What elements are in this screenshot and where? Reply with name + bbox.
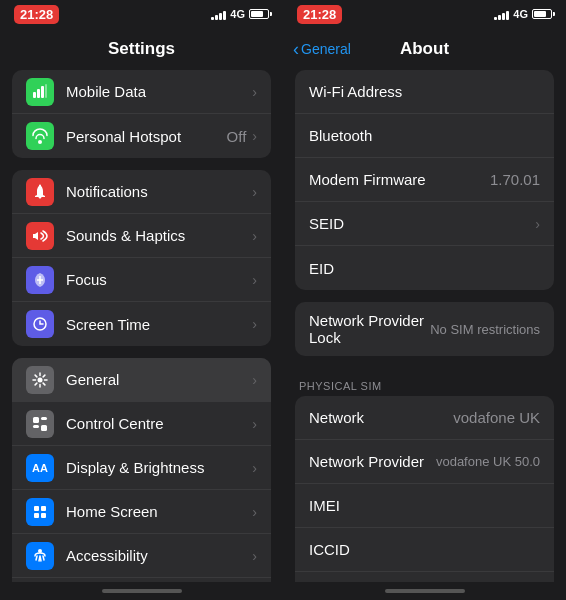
network-value: vodafone UK	[453, 409, 540, 426]
about-group-lock-items: Network Provider Lock No SIM restriction…	[295, 302, 554, 356]
left-nav-header: Settings	[0, 28, 283, 70]
row-personal-hotspot[interactable]: Personal Hotspot Off ›	[12, 114, 271, 158]
screentime-icon	[26, 310, 54, 338]
right-scroll[interactable]: Wi-Fi Address Bluetooth Modem Firmware 1…	[283, 70, 566, 582]
svg-point-5	[39, 184, 41, 186]
screentime-label: Screen Time	[66, 316, 252, 333]
svg-rect-8	[33, 417, 39, 423]
row-home-screen[interactable]: Home Screen ›	[12, 490, 271, 534]
row-wifi-address[interactable]: Wi-Fi Address	[295, 70, 554, 114]
seid-chevron: ›	[535, 216, 540, 232]
notifications-chevron: ›	[252, 184, 257, 200]
svg-point-7	[38, 377, 43, 382]
svg-rect-3	[45, 84, 47, 98]
sounds-label: Sounds & Haptics	[66, 227, 252, 244]
display-chevron: ›	[252, 460, 257, 476]
left-status-icons: 4G	[211, 8, 269, 20]
network-type: 4G	[230, 8, 245, 20]
right-status-icons: 4G	[494, 8, 552, 20]
modem-value: 1.70.01	[490, 171, 540, 188]
display-icon: AA	[26, 454, 54, 482]
row-eid[interactable]: EID	[295, 246, 554, 290]
row-mobile-data[interactable]: Mobile Data ›	[12, 70, 271, 114]
right-status-time: 21:28	[297, 5, 342, 24]
row-accessibility[interactable]: Accessibility ›	[12, 534, 271, 578]
sounds-icon	[26, 222, 54, 250]
row-iccid[interactable]: ICCID	[295, 528, 554, 572]
hotspot-icon	[26, 122, 54, 150]
signal-icon	[211, 9, 226, 20]
focus-icon	[26, 266, 54, 294]
mobile-data-icon	[26, 78, 54, 106]
row-sounds[interactable]: Sounds & Haptics ›	[12, 214, 271, 258]
bottom-group-items: General › Control Centre › AA Display & …	[12, 358, 271, 582]
row-control-centre[interactable]: Control Centre ›	[12, 402, 271, 446]
svg-rect-11	[41, 425, 47, 431]
row-general[interactable]: General ›	[12, 358, 271, 402]
row-display[interactable]: AA Display & Brightness ›	[12, 446, 271, 490]
accessibility-chevron: ›	[252, 548, 257, 564]
homescreen-label: Home Screen	[66, 503, 252, 520]
left-home-indicator	[0, 582, 283, 600]
network-lock-label: Network Provider Lock	[309, 312, 430, 346]
svg-rect-13	[41, 506, 46, 511]
battery-icon	[249, 9, 269, 19]
mobile-data-chevron: ›	[252, 84, 257, 100]
svg-rect-2	[41, 86, 44, 98]
control-label: Control Centre	[66, 415, 252, 432]
back-button[interactable]: ‹ General	[293, 40, 351, 58]
homescreen-icon	[26, 498, 54, 526]
screentime-chevron: ›	[252, 316, 257, 332]
iccid-label: ICCID	[309, 541, 540, 558]
row-notifications[interactable]: Notifications ›	[12, 170, 271, 214]
svg-point-4	[38, 140, 42, 144]
about-group-physical-sim: PHYSICAL SIM Network vodafone UK Network…	[283, 368, 566, 582]
right-network-type: 4G	[513, 8, 528, 20]
right-nav-title: About	[400, 39, 449, 59]
bottom-group: General › Control Centre › AA Display & …	[0, 358, 283, 582]
about-group-1: Wi-Fi Address Bluetooth Modem Firmware 1…	[283, 70, 566, 290]
imei-label: IMEI	[309, 497, 540, 514]
about-group-lock: Network Provider Lock No SIM restriction…	[283, 302, 566, 356]
svg-rect-15	[41, 513, 46, 518]
row-focus[interactable]: Focus ›	[12, 258, 271, 302]
accessibility-label: Accessibility	[66, 547, 252, 564]
homescreen-chevron: ›	[252, 504, 257, 520]
home-bar	[102, 589, 182, 593]
notifications-icon	[26, 178, 54, 206]
svg-rect-9	[41, 417, 47, 420]
notifications-label: Notifications	[66, 183, 252, 200]
bluetooth-label: Bluetooth	[309, 127, 540, 144]
mobile-data-label: Mobile Data	[66, 83, 252, 100]
svg-rect-0	[33, 92, 36, 98]
right-battery-icon	[532, 9, 552, 19]
right-home-indicator	[283, 582, 566, 600]
mid-group-items: Notifications › Sounds & Haptics › Focus…	[12, 170, 271, 346]
row-wallpaper[interactable]: Wallpaper ›	[12, 578, 271, 582]
accessibility-icon	[26, 542, 54, 570]
row-screen-time[interactable]: Screen Time ›	[12, 302, 271, 346]
row-seid[interactable]: SEID ›	[295, 202, 554, 246]
mid-group: Notifications › Sounds & Haptics › Focus…	[0, 170, 283, 346]
right-panel: 21:28 4G ‹ General About Wi-Fi Add	[283, 0, 566, 600]
network-label: Network	[309, 409, 453, 426]
general-label: General	[66, 371, 252, 388]
row-meid[interactable]: MEID	[295, 572, 554, 582]
row-imei[interactable]: IMEI	[295, 484, 554, 528]
back-chevron: ‹	[293, 40, 299, 58]
right-nav-header: ‹ General About	[283, 28, 566, 70]
physical-sim-items: Network vodafone UK Network Provider vod…	[295, 396, 554, 582]
hotspot-value: Off	[227, 128, 247, 145]
left-nav-title: Settings	[108, 39, 175, 59]
svg-rect-12	[34, 506, 39, 511]
hotspot-chevron: ›	[252, 128, 257, 144]
eid-label: EID	[309, 260, 540, 277]
row-bluetooth[interactable]: Bluetooth	[295, 114, 554, 158]
row-network-lock[interactable]: Network Provider Lock No SIM restriction…	[295, 302, 554, 356]
left-scroll[interactable]: Mobile Data › Personal Hotspot Off ›	[0, 70, 283, 582]
svg-rect-14	[34, 513, 39, 518]
row-modem-firmware[interactable]: Modem Firmware 1.70.01	[295, 158, 554, 202]
row-network-provider[interactable]: Network Provider vodafone UK 50.0	[295, 440, 554, 484]
network-lock-value: No SIM restrictions	[430, 322, 540, 337]
row-network[interactable]: Network vodafone UK	[295, 396, 554, 440]
